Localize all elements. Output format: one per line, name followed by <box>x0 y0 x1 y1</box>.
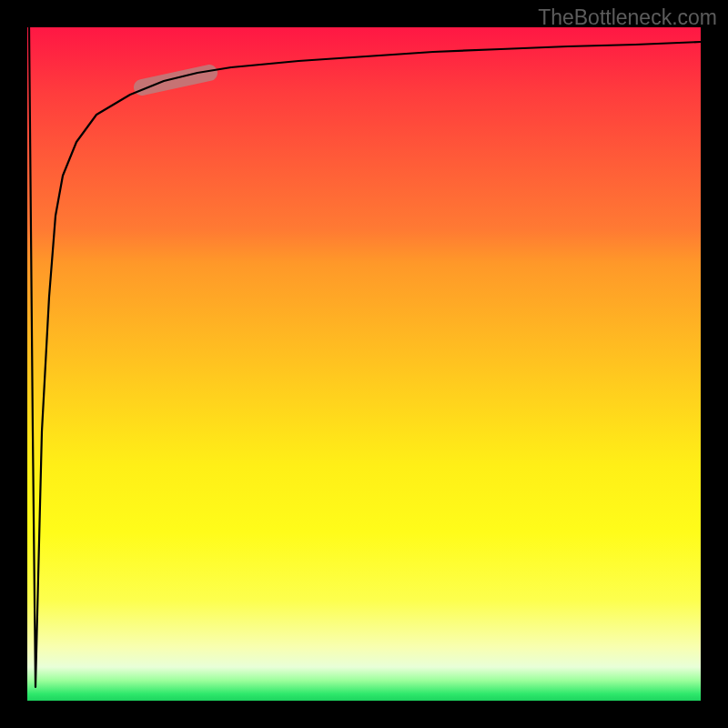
chart-container: TheBottleneck.com <box>0 0 728 728</box>
chart-frame-bottom <box>0 701 728 728</box>
bottleneck-curve <box>29 27 701 687</box>
watermark-text: TheBottleneck.com <box>538 5 717 30</box>
bottleneck-curve-svg <box>27 27 701 701</box>
chart-frame-left <box>0 0 27 728</box>
